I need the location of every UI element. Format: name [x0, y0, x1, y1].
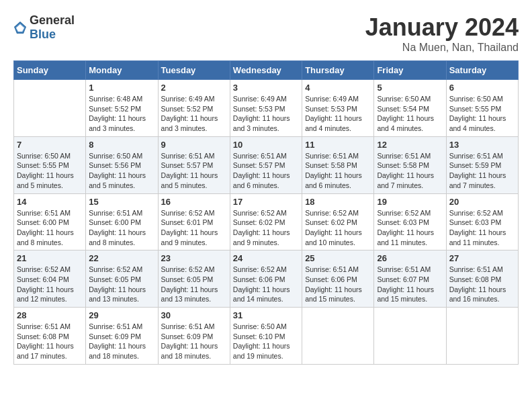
- calendar-cell: 15Sunrise: 6:51 AM Sunset: 6:00 PM Dayli…: [86, 193, 158, 250]
- general-blue-icon: [13, 21, 27, 34]
- day-number: 21: [17, 253, 83, 263]
- day-info: Sunrise: 6:51 AM Sunset: 5:58 PM Dayligh…: [305, 151, 371, 191]
- day-number: 31: [233, 310, 299, 320]
- calendar-cell: 26Sunrise: 6:51 AM Sunset: 6:07 PM Dayli…: [374, 250, 446, 308]
- day-number: 5: [377, 83, 443, 93]
- calendar-cell: 20Sunrise: 6:52 AM Sunset: 6:03 PM Dayli…: [446, 193, 518, 250]
- calendar-week-row: 7Sunrise: 6:50 AM Sunset: 5:55 PM Daylig…: [14, 136, 519, 193]
- day-info: Sunrise: 6:51 AM Sunset: 5:57 PM Dayligh…: [233, 151, 299, 191]
- calendar-cell: 12Sunrise: 6:51 AM Sunset: 5:58 PM Dayli…: [374, 136, 446, 193]
- day-info: Sunrise: 6:49 AM Sunset: 5:52 PM Dayligh…: [161, 94, 227, 134]
- day-info: Sunrise: 6:52 AM Sunset: 6:04 PM Dayligh…: [17, 265, 83, 304]
- logo-general: General: [30, 13, 75, 27]
- calendar-cell: 13Sunrise: 6:51 AM Sunset: 5:59 PM Dayli…: [446, 136, 518, 193]
- weekday-header: Tuesday: [158, 61, 230, 80]
- day-info: Sunrise: 6:51 AM Sunset: 5:59 PM Dayligh…: [449, 151, 515, 191]
- day-info: Sunrise: 6:51 AM Sunset: 5:58 PM Dayligh…: [377, 151, 443, 191]
- calendar-cell: 1Sunrise: 6:48 AM Sunset: 5:52 PM Daylig…: [86, 80, 158, 137]
- calendar-cell: 18Sunrise: 6:52 AM Sunset: 6:02 PM Dayli…: [302, 193, 374, 250]
- day-number: 10: [233, 140, 299, 150]
- day-info: Sunrise: 6:50 AM Sunset: 5:55 PM Dayligh…: [449, 94, 515, 134]
- calendar-cell: 30Sunrise: 6:51 AM Sunset: 6:09 PM Dayli…: [158, 308, 230, 365]
- calendar-cell: 24Sunrise: 6:52 AM Sunset: 6:06 PM Dayli…: [230, 250, 302, 308]
- day-number: 7: [17, 140, 83, 150]
- calendar-cell: [302, 308, 374, 365]
- calendar-cell: 6Sunrise: 6:50 AM Sunset: 5:55 PM Daylig…: [446, 80, 518, 137]
- weekday-header: Thursday: [302, 61, 374, 80]
- page-header: General Blue January 2024 Na Muen, Nan, …: [13, 13, 519, 54]
- calendar-week-row: 1Sunrise: 6:48 AM Sunset: 5:52 PM Daylig…: [14, 80, 519, 137]
- calendar-cell: 10Sunrise: 6:51 AM Sunset: 5:57 PM Dayli…: [230, 136, 302, 193]
- day-number: 29: [89, 310, 154, 320]
- logo-blue: Blue: [30, 28, 56, 41]
- day-info: Sunrise: 6:52 AM Sunset: 6:05 PM Dayligh…: [161, 265, 227, 304]
- day-info: Sunrise: 6:51 AM Sunset: 6:08 PM Dayligh…: [17, 322, 83, 361]
- day-info: Sunrise: 6:51 AM Sunset: 6:09 PM Dayligh…: [89, 322, 154, 361]
- day-info: Sunrise: 6:52 AM Sunset: 6:01 PM Dayligh…: [161, 208, 227, 248]
- day-info: Sunrise: 6:51 AM Sunset: 6:09 PM Dayligh…: [161, 322, 227, 361]
- day-number: 2: [161, 83, 227, 93]
- calendar-cell: 9Sunrise: 6:51 AM Sunset: 5:57 PM Daylig…: [158, 136, 230, 193]
- day-number: 13: [449, 140, 515, 150]
- day-number: 26: [377, 253, 443, 263]
- calendar-cell: 22Sunrise: 6:52 AM Sunset: 6:05 PM Dayli…: [86, 250, 158, 308]
- day-info: Sunrise: 6:52 AM Sunset: 6:05 PM Dayligh…: [89, 265, 154, 304]
- day-number: 23: [161, 253, 227, 263]
- title-block: January 2024 Na Muen, Nan, Thailand: [365, 13, 519, 54]
- day-number: 17: [233, 197, 299, 207]
- calendar-cell: 29Sunrise: 6:51 AM Sunset: 6:09 PM Dayli…: [86, 308, 158, 365]
- day-number: 4: [305, 83, 371, 93]
- day-info: Sunrise: 6:50 AM Sunset: 5:56 PM Dayligh…: [89, 151, 154, 191]
- location-subtitle: Na Muen, Nan, Thailand: [365, 42, 519, 54]
- logo-text: General Blue: [30, 13, 75, 42]
- calendar-cell: 2Sunrise: 6:49 AM Sunset: 5:52 PM Daylig…: [158, 80, 230, 137]
- weekday-header: Monday: [86, 61, 158, 80]
- calendar-table: SundayMondayTuesdayWednesdayThursdayFrid…: [13, 60, 519, 365]
- day-number: 3: [233, 83, 299, 93]
- day-number: 28: [17, 310, 83, 320]
- calendar-cell: [14, 80, 86, 137]
- calendar-cell: [446, 308, 518, 365]
- day-number: 12: [377, 140, 443, 150]
- calendar-week-row: 14Sunrise: 6:51 AM Sunset: 6:00 PM Dayli…: [14, 193, 519, 250]
- day-info: Sunrise: 6:50 AM Sunset: 6:10 PM Dayligh…: [233, 322, 299, 361]
- calendar-cell: 8Sunrise: 6:50 AM Sunset: 5:56 PM Daylig…: [86, 136, 158, 193]
- logo: General Blue: [13, 13, 75, 42]
- calendar-cell: 3Sunrise: 6:49 AM Sunset: 5:53 PM Daylig…: [230, 80, 302, 137]
- day-info: Sunrise: 6:52 AM Sunset: 6:02 PM Dayligh…: [233, 208, 299, 248]
- day-info: Sunrise: 6:51 AM Sunset: 5:57 PM Dayligh…: [161, 151, 227, 191]
- day-number: 19: [377, 197, 443, 207]
- day-info: Sunrise: 6:51 AM Sunset: 6:00 PM Dayligh…: [17, 208, 83, 248]
- calendar-cell: 23Sunrise: 6:52 AM Sunset: 6:05 PM Dayli…: [158, 250, 230, 308]
- weekday-header: Friday: [374, 61, 446, 80]
- weekday-header-row: SundayMondayTuesdayWednesdayThursdayFrid…: [14, 61, 519, 80]
- day-number: 16: [161, 197, 227, 207]
- day-number: 20: [449, 197, 515, 207]
- day-number: 18: [305, 197, 371, 207]
- calendar-cell: 5Sunrise: 6:50 AM Sunset: 5:54 PM Daylig…: [374, 80, 446, 137]
- day-info: Sunrise: 6:52 AM Sunset: 6:02 PM Dayligh…: [305, 208, 371, 248]
- day-info: Sunrise: 6:51 AM Sunset: 6:07 PM Dayligh…: [377, 265, 443, 304]
- day-number: 22: [89, 253, 154, 263]
- calendar-cell: 11Sunrise: 6:51 AM Sunset: 5:58 PM Dayli…: [302, 136, 374, 193]
- day-info: Sunrise: 6:52 AM Sunset: 6:03 PM Dayligh…: [377, 208, 443, 248]
- day-info: Sunrise: 6:52 AM Sunset: 6:06 PM Dayligh…: [233, 265, 299, 304]
- day-number: 30: [161, 310, 227, 320]
- calendar-week-row: 21Sunrise: 6:52 AM Sunset: 6:04 PM Dayli…: [14, 250, 519, 308]
- month-year-title: January 2024: [365, 13, 519, 42]
- day-number: 6: [449, 83, 515, 93]
- weekday-header: Sunday: [14, 61, 86, 80]
- day-info: Sunrise: 6:50 AM Sunset: 5:54 PM Dayligh…: [377, 94, 443, 134]
- day-info: Sunrise: 6:51 AM Sunset: 6:06 PM Dayligh…: [305, 265, 371, 304]
- day-number: 11: [305, 140, 371, 150]
- calendar-cell: 19Sunrise: 6:52 AM Sunset: 6:03 PM Dayli…: [374, 193, 446, 250]
- day-info: Sunrise: 6:52 AM Sunset: 6:03 PM Dayligh…: [449, 208, 515, 248]
- calendar-cell: 14Sunrise: 6:51 AM Sunset: 6:00 PM Dayli…: [14, 193, 86, 250]
- day-info: Sunrise: 6:49 AM Sunset: 5:53 PM Dayligh…: [233, 94, 299, 134]
- day-number: 9: [161, 140, 227, 150]
- day-info: Sunrise: 6:50 AM Sunset: 5:55 PM Dayligh…: [17, 151, 83, 191]
- day-info: Sunrise: 6:49 AM Sunset: 5:53 PM Dayligh…: [305, 94, 371, 134]
- calendar-cell: 27Sunrise: 6:51 AM Sunset: 6:08 PM Dayli…: [446, 250, 518, 308]
- day-number: 15: [89, 197, 154, 207]
- calendar-cell: [374, 308, 446, 365]
